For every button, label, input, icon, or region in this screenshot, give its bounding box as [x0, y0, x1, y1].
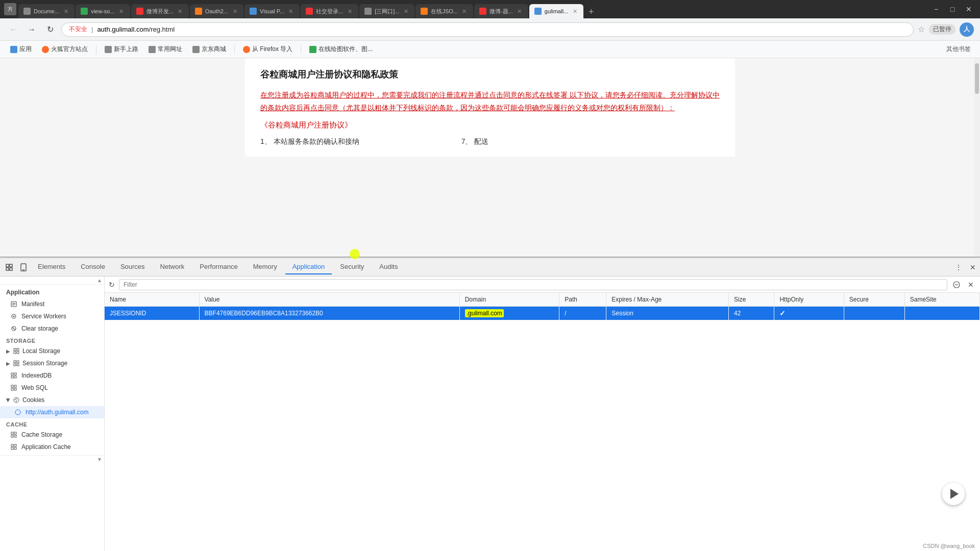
tab-audits[interactable]: Audits — [372, 260, 405, 274]
col-samesite: SameSite — [904, 293, 979, 307]
sidebar-item-service-workers[interactable]: Service Workers — [0, 310, 104, 322]
sidebar-application-cache[interactable]: Application Cache — [0, 441, 104, 453]
bookmark-common[interactable]: 常用网址 — [144, 44, 186, 55]
tab-oauth[interactable]: Oauth2... ✕ — [190, 4, 243, 18]
tab-close-view[interactable]: ✕ — [118, 8, 125, 15]
bookmark-separator — [96, 45, 96, 54]
tab-network[interactable]: Network — [153, 260, 192, 274]
tab-visual[interactable]: Visual P... ✕ — [244, 4, 300, 18]
web-sql-icon — [10, 384, 17, 391]
bookmark-huo[interactable]: 火狐官方站点 — [38, 44, 92, 55]
sidebar-session-storage-header[interactable]: ▶ Session Storage — [0, 357, 104, 369]
tab-close-weibo-note[interactable]: ✕ — [516, 8, 523, 15]
svg-rect-20 — [14, 364, 16, 366]
devtools-more-button[interactable]: ⋮ — [951, 260, 966, 274]
tab-close-weibo-dev[interactable]: ✕ — [177, 8, 184, 15]
sidebar-item-manifest[interactable]: Manifest — [0, 298, 104, 310]
url-bar[interactable]: 不安全 | auth.gulimall.com/reg.html — [61, 22, 914, 37]
tab-performance[interactable]: Performance — [192, 260, 244, 274]
tab-sources[interactable]: Sources — [113, 260, 152, 274]
back-button[interactable]: ← — [6, 22, 20, 37]
tabs-container: Docume... ✕ view-so... ✕ 微博开发... ✕ Oauth… — [18, 0, 927, 18]
svg-rect-25 — [14, 376, 16, 378]
new-tab-button[interactable]: + — [584, 5, 598, 18]
bookmark-firefox-import[interactable]: 从 Firefox 导入 — [239, 44, 297, 55]
play-overlay-button[interactable] — [942, 483, 965, 505]
sidebar-web-sql[interactable]: Web SQL — [0, 382, 104, 394]
tab-view[interactable]: view-so... ✕ — [76, 4, 130, 18]
tab-label-visual: Visual P... — [260, 8, 284, 14]
devtools-device-button[interactable] — [16, 260, 31, 274]
close-button[interactable]: ✕ — [962, 4, 976, 14]
sidebar-indexeddb[interactable]: IndexedDB — [0, 369, 104, 382]
application-cache-label: Application Cache — [21, 443, 71, 450]
sidebar-local-storage-header[interactable]: ▶ Local Storage — [0, 345, 104, 357]
tab-online[interactable]: 在线JSO... ✕ — [415, 4, 473, 18]
tab-doc[interactable]: Docume... ✕ — [18, 4, 75, 18]
sidebar-scroll-down[interactable]: ▼ — [97, 457, 102, 462]
filter-clear-icon[interactable]: ✕ — [966, 280, 976, 290]
tab-favicon-view — [81, 8, 88, 15]
table-row[interactable]: JSESSIONID BBF4769EB6DD96EB9BC8A13327366… — [105, 307, 980, 320]
tab-application[interactable]: Application — [285, 260, 332, 274]
tab-favicon-visual — [250, 8, 257, 15]
sidebar-cookie-child[interactable]: http://auth.gulimall.com — [0, 406, 104, 418]
bookmarks-more[interactable]: 其他书签 — [943, 44, 974, 55]
profile-button[interactable]: 人 — [960, 22, 974, 37]
policy-title: 谷粒商城用户注册协议和隐私政策 — [260, 68, 720, 81]
tab-close-online[interactable]: ✕ — [461, 8, 468, 15]
tab-weibo-dev[interactable]: 微博开发... ✕ — [131, 4, 189, 18]
page-scrollbar[interactable] — [974, 58, 980, 257]
tab-console[interactable]: Console — [74, 260, 112, 274]
tab-close-three-net[interactable]: ✕ — [402, 8, 409, 15]
cookie-refresh-icon[interactable]: ↻ — [109, 281, 115, 289]
sidebar-application-header[interactable]: Application — [0, 285, 104, 298]
tab-weibo-note[interactable]: 微博-题... ✕ — [474, 4, 528, 18]
tab-close-gulimall[interactable]: ✕ — [571, 8, 578, 15]
devtools-tabs: Elements Console Sources Network Perform… — [31, 260, 951, 274]
jd-icon — [192, 46, 200, 53]
tab-three-net[interactable]: [三网口]... ✕ — [359, 4, 414, 18]
refresh-button[interactable]: ↻ — [43, 22, 57, 37]
tab-security[interactable]: Security — [333, 260, 371, 274]
col-httponly: HttpOnly — [774, 293, 844, 307]
tab-elements[interactable]: Elements — [31, 260, 72, 274]
tab-close-doc[interactable]: ✕ — [62, 8, 69, 15]
minimize-button[interactable]: − — [929, 4, 943, 14]
sidebar-cache-storage[interactable]: Cache Storage — [0, 429, 104, 441]
svg-rect-28 — [11, 388, 13, 390]
forward-button[interactable]: → — [24, 22, 39, 37]
svg-rect-40 — [14, 444, 16, 446]
policy-item-7: 7、 配送 — [461, 137, 489, 146]
service-workers-label: Service Workers — [21, 313, 66, 320]
sidebar-cookies-header[interactable]: ▶ Cookies — [0, 394, 104, 406]
svg-point-32 — [16, 398, 17, 399]
tab-label-online: 在线JSO... — [431, 8, 458, 15]
sidebar-scroll-up[interactable]: ▲ — [97, 278, 102, 283]
cache-storage-label: Cache Storage — [21, 431, 62, 438]
devtools-inspect-button[interactable] — [2, 260, 16, 274]
bookmark-newbie[interactable]: 新手上路 — [101, 44, 142, 55]
bookmark-apps[interactable]: 应用 — [6, 44, 36, 55]
tab-close-social[interactable]: ✕ — [346, 8, 353, 15]
sidebar-item-clear-storage[interactable]: Clear storage — [0, 322, 104, 335]
bookmark-draw[interactable]: 在线绘图软件、图... — [305, 44, 377, 55]
security-indicator: 不安全 — [69, 25, 87, 34]
cookie-filter-input[interactable] — [119, 279, 947, 290]
tab-gulimall[interactable]: gulimall... ✕ — [529, 4, 583, 18]
service-workers-icon — [10, 313, 17, 320]
svg-rect-29 — [14, 388, 16, 390]
bookmark-jd[interactable]: 京东商城 — [188, 44, 230, 55]
devtools-close-button[interactable]: ✕ — [968, 262, 978, 272]
col-value: Value — [199, 293, 459, 307]
domain-highlight: .gulimall.com — [465, 309, 504, 317]
tab-close-visual[interactable]: ✕ — [287, 8, 295, 15]
policy-link[interactable]: 《谷粒商城用户注册协议》 — [260, 120, 720, 130]
tab-close-oauth[interactable]: ✕ — [231, 8, 238, 15]
svg-rect-37 — [11, 435, 13, 437]
tab-memory[interactable]: Memory — [246, 260, 284, 274]
maximize-button[interactable]: □ — [945, 4, 960, 14]
bookmark-star[interactable]: ☆ — [918, 24, 925, 34]
filter-block-icon[interactable] — [951, 280, 962, 290]
tab-social[interactable]: 社交登录... ✕ — [301, 4, 358, 18]
